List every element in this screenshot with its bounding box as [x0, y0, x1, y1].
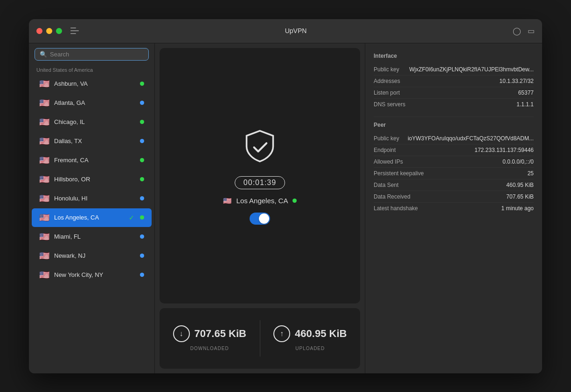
vpn-toggle[interactable] [250, 213, 270, 225]
info-value: 1.1.1.1 [516, 101, 534, 108]
titlebar: UpVPN ◯ ▭ [29, 19, 542, 43]
traffic-lights [36, 28, 62, 34]
connected-check-icon: ✓ [129, 214, 134, 221]
info-key: Data Sent [374, 182, 398, 188]
server-name: Fremont, CA [54, 157, 135, 164]
upload-stat: ↑ 460.95 KiB UPLOADED [260, 325, 361, 351]
server-list: 🇺🇸Ashburn, VA🇺🇸Atlanta, GA🇺🇸Chicago, IL🇺… [29, 75, 154, 373]
server-status-dot [140, 82, 144, 86]
info-value: 707.65 KiB [506, 193, 534, 200]
download-stat: ↓ 707.65 KiB DOWNLOADED [160, 325, 260, 351]
info-value: 25 [528, 170, 534, 177]
shield-icon [239, 127, 281, 169]
fullscreen-button[interactable] [56, 28, 62, 34]
server-name: Honolulu, HI [54, 195, 135, 202]
vpn-status-card: 00:01:39 🇺🇸 Los Angeles, CA [160, 48, 360, 303]
server-flag: 🇺🇸 [39, 213, 49, 223]
upload-value: 460.95 KiB [295, 328, 347, 340]
server-item[interactable]: 🇺🇸Hillsboro, OR [32, 170, 152, 189]
close-button[interactable] [36, 28, 42, 34]
server-status-dot [140, 139, 144, 143]
vpn-panel: 00:01:39 🇺🇸 Los Angeles, CA ↓ [155, 43, 365, 373]
download-value: 707.65 KiB [195, 328, 246, 340]
download-stat-top: ↓ 707.65 KiB [173, 325, 246, 342]
titlebar-actions: ◯ ▭ [513, 27, 535, 35]
peer-section-title: Peer [374, 122, 534, 128]
sidebar-toggle-button[interactable] [70, 28, 79, 34]
connection-status-dot [292, 199, 297, 203]
info-key: Public key [374, 135, 399, 142]
app-title: UpVPN [79, 27, 513, 34]
timer-display: 00:01:39 [235, 176, 285, 189]
interface-row: Addresses10.1.33.27/32 [374, 76, 534, 87]
content-top: 00:01:39 🇺🇸 Los Angeles, CA ↓ [155, 43, 542, 373]
account-icon[interactable]: ◯ [513, 27, 521, 35]
server-flag: 🇺🇸 [39, 98, 49, 108]
peer-row: Data Sent460.95 KiB [374, 179, 534, 191]
server-item[interactable]: 🇺🇸Ashburn, VA [32, 75, 152, 93]
peer-row: Public keyioYW3YFOAruIqqo/udxFCTaQzS27QO… [374, 133, 534, 144]
info-key: Data Received [374, 193, 411, 200]
peer-row: Persistent keepalive25 [374, 168, 534, 179]
server-item[interactable]: 🇺🇸Atlanta, GA [32, 94, 152, 112]
info-value: ioYW3YFOAruIqqo/udxFCTaQzS27QOfVd8ADM... [408, 135, 534, 142]
server-flag: 🇺🇸 [39, 79, 49, 89]
server-name: Chicago, IL [54, 118, 135, 125]
server-name: Ashburn, VA [54, 80, 135, 87]
info-value: 65377 [518, 89, 534, 96]
server-item[interactable]: 🇺🇸Honolulu, HI [32, 189, 152, 208]
upload-stat-top: ↑ 460.95 KiB [273, 325, 347, 342]
info-value: 172.233.131.137:59446 [474, 147, 534, 153]
server-flag: 🇺🇸 [39, 155, 49, 165]
server-flag: 🇺🇸 [39, 117, 49, 127]
server-name: Atlanta, GA [54, 99, 135, 106]
info-key: Listen port [374, 89, 400, 96]
info-divider [374, 117, 534, 117]
info-key: Addresses [374, 78, 400, 84]
search-container: 🔍 [29, 43, 154, 64]
info-value: 0.0.0.0/0,::/0 [502, 158, 534, 165]
server-item[interactable]: 🇺🇸Los Angeles, CA✓ [32, 208, 152, 227]
search-box[interactable]: 🔍 [35, 48, 149, 61]
server-status-dot [140, 101, 144, 105]
layout-icon[interactable]: ▭ [528, 27, 535, 35]
server-status-dot [140, 158, 144, 162]
info-key: DNS servers [374, 101, 405, 108]
server-status-dot [140, 254, 144, 258]
server-status-dot [140, 234, 144, 239]
server-item[interactable]: 🇺🇸Newark, NJ [32, 247, 152, 265]
interface-row: Listen port65377 [374, 87, 534, 99]
info-value: 1 minute ago [501, 205, 534, 212]
server-name: New York City, NY [54, 271, 135, 278]
info-key: Public key [374, 66, 399, 73]
location-row: 🇺🇸 Los Angeles, CA [223, 197, 297, 205]
server-item[interactable]: 🇺🇸Chicago, IL [32, 113, 152, 131]
server-status-dot [140, 177, 144, 181]
upload-icon: ↑ [273, 325, 290, 342]
interface-row: DNS servers1.1.1.1 [374, 99, 534, 110]
peer-rows: Public keyioYW3YFOAruIqqo/udxFCTaQzS27QO… [374, 133, 534, 214]
server-item[interactable]: 🇺🇸Dallas, TX [32, 132, 152, 151]
peer-row: Allowed IPs0.0.0.0/0,::/0 [374, 156, 534, 168]
stats-card: ↓ 707.65 KiB DOWNLOADED ↑ 460.95 KiB UPL [160, 308, 360, 369]
info-panel: Interface Public keyWjxZF0I6unZKjPLNQkiR… [365, 43, 542, 373]
server-item[interactable]: 🇺🇸Miami, FL [32, 227, 152, 246]
region-label: United States of America [29, 64, 154, 75]
server-flag: 🇺🇸 [39, 193, 49, 204]
server-name: Los Angeles, CA [54, 214, 124, 221]
location-name: Los Angeles, CA [237, 197, 288, 205]
server-flag: 🇺🇸 [39, 251, 49, 261]
minimize-button[interactable] [46, 28, 52, 34]
server-item[interactable]: 🇺🇸New York City, NY [32, 266, 152, 284]
server-status-dot [140, 120, 144, 124]
info-value: 10.1.33.27/32 [500, 78, 534, 84]
server-flag: 🇺🇸 [39, 174, 49, 185]
info-key: Allowed IPs [374, 158, 403, 165]
server-status-dot [140, 215, 144, 220]
server-status-dot [140, 273, 144, 277]
search-input[interactable] [50, 51, 144, 58]
server-name: Miami, FL [54, 233, 135, 240]
server-item[interactable]: 🇺🇸Fremont, CA [32, 151, 152, 170]
interface-rows: Public keyWjxZF0I6unZKjPLNQkiR2fIA7UJPEl… [374, 64, 534, 110]
download-icon: ↓ [173, 325, 190, 342]
